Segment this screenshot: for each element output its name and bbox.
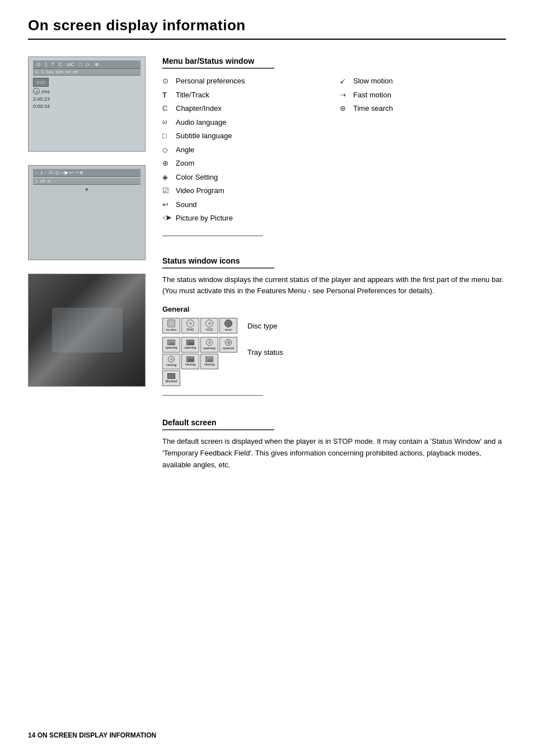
mid-val-1: 1 bbox=[35, 179, 38, 184]
val-sub: 1en bbox=[55, 69, 63, 74]
opened-circle: ⊙ bbox=[225, 339, 232, 346]
slow-motion-label: Slow motion bbox=[353, 76, 506, 87]
vcd-circle: ⊙ bbox=[205, 320, 213, 327]
default-screen-section: Default screen The default screen is dis… bbox=[162, 407, 506, 471]
pbp-label: Picture by Picture bbox=[176, 213, 329, 224]
subtitle-lang-icon: □ bbox=[162, 130, 176, 142]
disc-type-label: Disc type bbox=[247, 322, 277, 330]
disc-icon-vcd: ⊙ VCD bbox=[200, 318, 218, 334]
mid-icon-7: ⊕ bbox=[79, 170, 83, 175]
status-window-description: The status window displays the current s… bbox=[162, 274, 506, 298]
menu-item-slow-motion: ↙ Slow motion bbox=[340, 76, 506, 87]
error-circle: ! bbox=[224, 320, 232, 327]
top-screen-box: ⊙ | T C ωC □ ▷ ⊕ 1: 1 1en 1en no bbox=[28, 57, 146, 152]
slow-motion-icon: ↙ bbox=[340, 76, 353, 87]
val-zoom: off bbox=[73, 69, 78, 74]
menu-item-zoom: ⊕ Zoom bbox=[162, 158, 329, 169]
disc-icons-group: no disc ⊙ DVD ⊙ VCD bbox=[162, 318, 237, 334]
menu-item-audio-lang: ω Audio language bbox=[162, 117, 329, 128]
chapter-index-icon: C bbox=[162, 103, 176, 114]
tray-icon-closing-3: closing bbox=[200, 354, 218, 369]
val-audio: 1en bbox=[46, 69, 53, 74]
mid-icon-5: ↩ bbox=[69, 170, 73, 175]
tray-icon-closing-1: ⊙ closing bbox=[162, 354, 180, 369]
color-setting-icon: ◈ bbox=[162, 172, 176, 183]
mid-back-arrow: ← bbox=[35, 171, 39, 175]
menu-item-sound: ↩ Sound bbox=[162, 199, 329, 210]
mb-icon-audio: ωC bbox=[65, 62, 76, 67]
bottom-screen-box bbox=[28, 274, 146, 387]
pbp-icon: ◁▶ bbox=[162, 213, 176, 222]
personal-prefs-label: Personal preferences bbox=[176, 76, 329, 87]
personal-prefs-icon: ⊙ bbox=[162, 76, 176, 87]
mb-icon-c: C bbox=[58, 62, 64, 67]
tray-row-3: blocked bbox=[162, 370, 237, 386]
dvd-icon: DVD bbox=[33, 78, 49, 87]
angle-icon: ◇ bbox=[162, 144, 176, 156]
tray-status-row: opening opening ⊙ opening ⊙ bbox=[162, 337, 506, 386]
tray-icon-closing-2: closing bbox=[181, 354, 199, 369]
opening-3-circle: ⊙ bbox=[206, 339, 213, 346]
tray-row-2: ⊙ closing closing closing bbox=[162, 354, 237, 369]
menu-item-fast-motion: ⇢ Fast motion bbox=[340, 90, 506, 101]
menu-bar-section: Menu bar/Status window ⊙ Personal prefer… bbox=[162, 57, 506, 227]
mid-icon-2: ☑ bbox=[49, 170, 53, 175]
page-footer: 14 ON SCREEN DISPLAY INFORMATION bbox=[28, 731, 156, 739]
mid-val-off: off bbox=[40, 179, 45, 184]
audio-lang-label: Audio language bbox=[176, 117, 329, 128]
top-screen-content: ⊙ | T C ωC □ ▷ ⊕ 1: 1 1en 1en no bbox=[29, 57, 145, 151]
mb-icon-arrow: ▷ bbox=[85, 62, 91, 67]
val-chapter: 1 bbox=[41, 69, 44, 74]
mid-icon-1: 1 bbox=[40, 170, 43, 175]
mid-icon-3: ◁▷ bbox=[54, 170, 60, 175]
fast-motion-label: Fast motion bbox=[353, 90, 506, 101]
time-search-icon: ⊛ bbox=[340, 103, 353, 114]
audio-lang-icon: ω bbox=[162, 117, 176, 126]
menu-item-color-setting: ◈ Color Setting bbox=[162, 172, 329, 183]
status-area: DVD ⊙ play 2:45:23 0:00:34 bbox=[33, 78, 140, 110]
section-divider-2 bbox=[162, 395, 263, 396]
tray-icon-opening-3: ⊙ opening bbox=[200, 337, 218, 353]
tray-icon-opened: ⊙ opened bbox=[219, 337, 237, 353]
disc-type-row: no disc ⊙ DVD ⊙ VCD bbox=[162, 318, 506, 334]
mb-icon-t: T bbox=[50, 62, 55, 67]
mb-icon-sub: □ bbox=[78, 62, 83, 67]
menu-bar-section-title: Menu bar/Status window bbox=[162, 57, 274, 69]
mb-sep1: | bbox=[44, 62, 48, 67]
menu-item-video-program: ☑ Video Program bbox=[162, 185, 329, 196]
play-info: 2:45:23 0:00:34 bbox=[33, 96, 50, 110]
disc-icon-error: ! error bbox=[219, 318, 237, 334]
top-menu-bar: ⊙ | T C ωC □ ▷ ⊕ bbox=[33, 60, 140, 69]
angle-label: Angle bbox=[176, 144, 329, 156]
sound-label: Sound bbox=[176, 199, 329, 210]
tray-icon-blocked: blocked bbox=[162, 370, 180, 386]
chapter-index-label: Chapter/Index bbox=[176, 103, 329, 114]
menu-items-container: ⊙ Personal preferences T Title/Track C C… bbox=[162, 76, 506, 227]
main-layout: ⊙ | T C ωC □ ▷ ⊕ 1: 1 1en 1en no bbox=[28, 57, 506, 479]
menu-item-personal-prefs: ⊙ Personal preferences bbox=[162, 76, 329, 87]
menu-item-chapter-index: C Chapter/Index bbox=[162, 103, 329, 114]
mb-icon-1: ⊙ bbox=[35, 62, 42, 67]
menu-col-2: ↙ Slow motion ⇢ Fast motion ⊛ Time searc… bbox=[340, 76, 506, 227]
left-column: ⊙ | T C ωC □ ▷ ⊕ 1: 1 1en 1en no bbox=[28, 57, 146, 400]
mid-icon-6: ⇢ bbox=[74, 170, 78, 175]
tray-row-1: opening opening ⊙ opening ⊙ bbox=[162, 337, 237, 353]
menu-item-pbp: ◁▶ Picture by Picture bbox=[162, 213, 329, 224]
menu-item-angle: ◇ Angle bbox=[162, 144, 329, 156]
tray-icons-container: opening opening ⊙ opening ⊙ bbox=[162, 337, 237, 386]
section-divider-1 bbox=[162, 236, 263, 236]
mid-arrow-2: ← bbox=[44, 171, 48, 175]
disc-icon-no-disc: no disc bbox=[162, 318, 180, 334]
mb-icon-zoom: ⊕ bbox=[93, 62, 100, 67]
play-label: play bbox=[41, 89, 50, 94]
mid-screen-content: ← 1 ← ☑ ◁▷ ◁▶ ↩ ⇢ ⊕ 1 off st bbox=[29, 166, 145, 260]
tray-icon-opening-2: opening bbox=[181, 337, 199, 353]
subtitle-lang-label: Subtitle language bbox=[176, 130, 329, 142]
page-title: On screen display information bbox=[28, 17, 506, 40]
default-screen-image bbox=[29, 274, 146, 386]
default-screen-description: The default screen is displayed when the… bbox=[162, 436, 506, 471]
default-screen-title: Default screen bbox=[162, 418, 274, 430]
video-program-icon: ☑ bbox=[162, 185, 176, 196]
status-window-title: Status window icons bbox=[162, 256, 274, 269]
dvd-circle: ⊙ bbox=[186, 320, 194, 327]
